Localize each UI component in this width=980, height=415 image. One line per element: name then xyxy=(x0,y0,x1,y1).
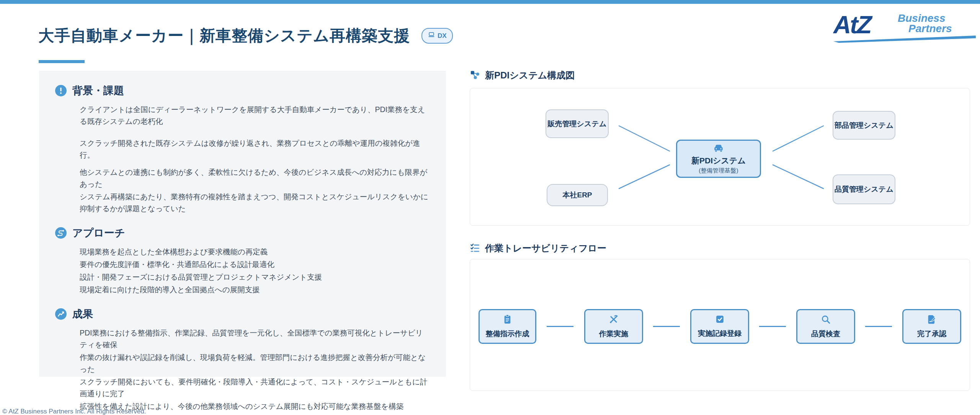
copyright-footer: © AtZ Business Partners Inc. All Rights … xyxy=(2,408,146,415)
flow-step-completion-approval: 完了承認 xyxy=(902,309,961,344)
node-parts-system: 部品管理システム xyxy=(833,111,895,140)
flow-connector xyxy=(547,326,573,327)
flow-section-header: 作業トレーサビリティフロー xyxy=(470,242,606,254)
section-paragraph: 現場業務を起点とした全体構想および要求機能の再定義 xyxy=(80,246,430,258)
node-hq-erp: 本社ERP xyxy=(547,184,608,206)
diagram-section-header: 新PDIシステム構成図 xyxy=(470,69,575,81)
section-heading: 背景・課題 xyxy=(72,84,124,98)
route-icon xyxy=(55,227,67,239)
traceability-flow-panel: 整備指示作成 作業実施 実施記録登録 xyxy=(470,259,970,391)
flow-step-record-registration: 実施記録登録 xyxy=(690,309,749,344)
flow-connector xyxy=(759,326,786,327)
logo-sub-line1: Business xyxy=(898,13,952,23)
chart-line-icon xyxy=(55,308,67,320)
flow-connector xyxy=(653,326,680,327)
logo-sub-text: Business Partners xyxy=(898,13,952,34)
checkbox-icon xyxy=(715,314,725,325)
system-diagram-panel: 販売管理システム 本社ERP 新PDIシステム (整備管理基盤) 部品管理システ… xyxy=(470,88,970,226)
section-paragraph: スクラッチ開発された既存システムは改修が繰り返され、業務プロセスとの乖離や運用の… xyxy=(80,137,430,161)
page-title: 大手自動車メーカー｜新車整備システム再構築支援 xyxy=(38,25,410,46)
section-paragraph: システム再構築にあたり、業務特有の複雑性を踏まえつつ、開発コストとスケジュールリ… xyxy=(80,191,430,215)
dx-badge: DX xyxy=(421,28,453,44)
flow-step-label: 品質検査 xyxy=(811,329,840,339)
flow-step-label: 作業実施 xyxy=(599,329,628,339)
laptop-icon xyxy=(428,31,435,41)
logo-sub-line2: Partners xyxy=(908,23,952,34)
company-logo: AtZ Business Partners xyxy=(833,14,976,44)
section-paragraph: 要件の優先度評価・標準化・共通部品化による設計最適化 xyxy=(80,259,430,270)
section-approach: アプローチ 現場業務を起点とした全体構想および要求機能の再定義 要件の優先度評価… xyxy=(55,226,430,296)
node-quality-system: 品質管理システム xyxy=(833,174,895,204)
section-heading: アプローチ xyxy=(72,226,125,240)
node-new-pdi-system: 新PDIシステム (整備管理基盤) xyxy=(676,140,761,178)
section-paragraph: PDI業務における整備指示、作業記録、品質管理を一元化し、全国標準での業務可視化… xyxy=(80,327,430,351)
dx-badge-label: DX xyxy=(438,32,447,40)
diagram-heading: 新PDIシステム構成図 xyxy=(485,69,575,81)
flow-step-create-instruction: 整備指示作成 xyxy=(479,309,536,344)
section-paragraph: 他システムとの連携にも制約が多く、柔軟性に欠けるため、今後のビジネス成長への対応… xyxy=(80,166,430,190)
node-sales-system: 販売管理システム xyxy=(546,109,609,138)
flow-connector xyxy=(865,326,892,327)
flow-step-work-execution: 作業実施 xyxy=(584,309,643,344)
section-paragraph: クライアントは全国にディーラーネットワークを展開する大手自動車メーカーであり、P… xyxy=(80,104,430,127)
clipboard-icon xyxy=(503,314,512,326)
magnifier-icon xyxy=(821,314,831,326)
section-paragraph: スクラッチ開発においても、要件明確化・段階導入・共通化によって、コスト・スケジュ… xyxy=(80,376,430,400)
section-paragraph: 設計・開発フェーズにおける品質管理とプロジェクトマネジメント支援 xyxy=(80,271,430,283)
center-node-title: 新PDIシステム xyxy=(691,155,746,166)
flow-step-label: 実施記録登録 xyxy=(698,329,742,339)
top-accent-bar xyxy=(0,0,980,4)
title-underline xyxy=(39,60,85,63)
section-heading: 成果 xyxy=(72,307,93,321)
network-icon xyxy=(470,70,480,81)
document-signature-icon xyxy=(927,314,937,326)
logo-swoosh xyxy=(833,35,976,43)
section-paragraph: 現場定着に向けた段階的導入と全国拠点への展開支援 xyxy=(80,284,430,296)
checklist-icon xyxy=(470,242,480,254)
center-node-subtitle: (整備管理基盤) xyxy=(699,167,738,175)
flow-step-quality-inspection: 品質検査 xyxy=(796,309,855,344)
flow-step-label: 整備指示作成 xyxy=(486,329,529,339)
section-background: 背景・課題 クライアントは全国にディーラーネットワークを展開する大手自動車メーカ… xyxy=(55,84,430,215)
flow-heading: 作業トレーサビリティフロー xyxy=(485,242,606,254)
page-header: 大手自動車メーカー｜新車整備システム再構築支援 DX xyxy=(38,25,453,46)
alert-circle-icon xyxy=(55,85,67,96)
flow-step-label: 完了承認 xyxy=(917,329,946,339)
car-icon xyxy=(713,143,724,155)
case-summary-panel: 背景・課題 クライアントは全国にディーラーネットワークを展開する大手自動車メーカ… xyxy=(39,71,446,377)
tools-icon xyxy=(609,314,619,326)
section-paragraph: 作業の抜け漏れや誤記録を削減し、現場負荷を軽減。管理部門における進捗把握と改善分… xyxy=(80,352,430,375)
section-results: 成果 PDI業務における整備指示、作業記録、品質管理を一元化し、全国標準での業務… xyxy=(55,307,430,415)
